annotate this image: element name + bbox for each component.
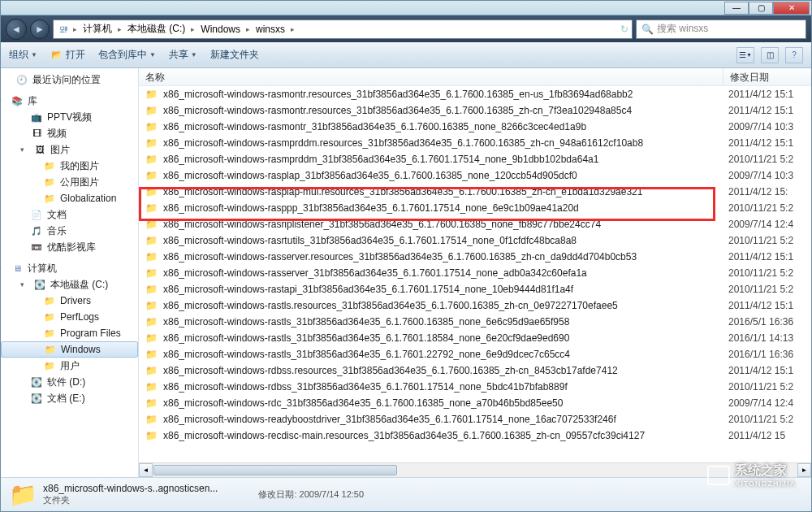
- nav-back-button[interactable]: ◄: [6, 19, 27, 40]
- search-input[interactable]: 🔍 搜索 winsxs: [636, 20, 806, 39]
- file-row[interactable]: 📁x86_microsoft-windows-rasserver.resourc…: [139, 249, 811, 265]
- nav-forward-button[interactable]: ►: [30, 20, 50, 39]
- watermark-icon: [707, 466, 730, 485]
- toolbar-share[interactable]: 共享▼: [169, 48, 197, 62]
- file-row[interactable]: 📁x86_microsoft-windows-rastls.resources_…: [139, 297, 811, 314]
- toolbar-organize[interactable]: 组织▼: [9, 48, 37, 62]
- file-row[interactable]: 📁x86_microsoft-windows-rastls_31bf3856ad…: [139, 330, 811, 346]
- file-date: 2010/11/21 5:2: [728, 267, 793, 279]
- nav-drivers[interactable]: 📁Drivers: [1, 293, 138, 309]
- nav-perflogs[interactable]: 📁PerfLogs: [1, 309, 138, 325]
- computer-icon: 🖳: [57, 24, 70, 35]
- file-row[interactable]: 📁x86_microsoft-windows-rasmontr.resource…: [139, 86, 811, 102]
- maximize-button[interactable]: ▢: [749, 2, 773, 15]
- file-row[interactable]: 📁x86_microsoft-windows-rasriplistener_31…: [139, 216, 811, 232]
- nav-soft-d[interactable]: 💽软件 (D:): [1, 374, 138, 390]
- nav-libraries[interactable]: ▾📚库: [1, 93, 138, 109]
- file-date: 2011/4/12 15:1: [728, 89, 793, 100]
- music-icon: 🎵: [30, 225, 43, 236]
- file-name: x86_microsoft-windows-readyboostdriver_3…: [163, 414, 728, 425]
- nav-globalization[interactable]: 📁Globalization: [1, 190, 138, 206]
- search-icon: 🔍: [641, 24, 654, 35]
- crumb-winsxs[interactable]: winsxs: [253, 24, 287, 35]
- toolbar-newfolder[interactable]: 新建文件夹: [210, 48, 259, 62]
- minimize-button[interactable]: —: [724, 2, 749, 15]
- status-selected-name: x86_microsoft-windows-s..agnosticsen...: [43, 483, 218, 494]
- file-date: 2011/4/12 15:1: [728, 137, 793, 149]
- nav-users[interactable]: 📁用户: [1, 358, 138, 374]
- crumb-local-c[interactable]: 本地磁盘 (C:): [125, 22, 188, 36]
- file-row[interactable]: 📁x86_microsoft-windows-rasserver_31bf385…: [139, 265, 811, 281]
- crumb-windows[interactable]: Windows: [198, 24, 243, 35]
- file-date: 2010/11/21 5:2: [728, 235, 793, 246]
- recent-icon: 🕘: [15, 74, 28, 85]
- file-date: 2011/4/12 15: [728, 430, 785, 441]
- folder-icon: 📁: [145, 186, 158, 197]
- folder-icon: 📁: [43, 311, 56, 323]
- file-row[interactable]: 📁x86_microsoft-windows-rasplap_31bf3856a…: [139, 167, 811, 184]
- folder-icon: 📁: [43, 193, 56, 204]
- scroll-thumb[interactable]: [153, 465, 397, 475]
- file-row[interactable]: 📁x86_microsoft-windows-rasppp_31bf3856ad…: [139, 200, 811, 216]
- nav-windows[interactable]: 📁Windows: [1, 341, 138, 358]
- file-row[interactable]: 📁x86_microsoft-windows-rasplap-mui.resou…: [139, 184, 811, 200]
- folder-icon: 📁: [145, 154, 158, 165]
- preview-pane-button[interactable]: ◫: [761, 47, 779, 63]
- folder-icon: 📁: [145, 251, 158, 263]
- folder-icon: 📁: [145, 105, 158, 116]
- column-date[interactable]: 修改日期: [723, 68, 811, 85]
- file-row[interactable]: 📁x86_microsoft-windows-readyboostdriver_…: [139, 411, 811, 427]
- view-options-button[interactable]: ☰ ▼: [736, 47, 754, 63]
- nav-computer[interactable]: ▾🖥计算机: [1, 260, 138, 276]
- nav-music[interactable]: 🎵音乐: [1, 223, 138, 239]
- toolbar-open[interactable]: 📂打开: [50, 48, 85, 62]
- file-row[interactable]: 📁x86_microsoft-windows-rasmontr.resource…: [139, 102, 811, 119]
- nav-local-c[interactable]: ▾💽本地磁盘 (C:): [1, 276, 138, 293]
- pptv-icon: 📺: [30, 111, 43, 123]
- folder-icon: 📁: [43, 295, 56, 306]
- nav-my-pictures[interactable]: 📁我的图片: [1, 158, 138, 174]
- file-date: 2016/1/1 16:36: [728, 349, 793, 360]
- close-button[interactable]: ✕: [773, 2, 810, 15]
- file-date: 2016/1/1 14:13: [728, 332, 793, 344]
- nav-public-pictures[interactable]: 📁公用图片: [1, 174, 138, 190]
- folder-icon: 📁: [145, 170, 158, 181]
- status-type: 文件夹: [43, 494, 218, 506]
- column-headers: 名称 修改日期: [139, 68, 811, 86]
- breadcrumb[interactable]: 🖳 ▸ 计算机 ▸ 本地磁盘 (C:) ▸ Windows ▸ winsxs ▸…: [53, 20, 633, 39]
- file-row[interactable]: 📁x86_microsoft-windows-rasmprddm.resourc…: [139, 135, 811, 151]
- file-row[interactable]: 📁x86_microsoft-windows-rasmontr_31bf3856…: [139, 119, 811, 135]
- toolbar-include[interactable]: 包含到库中▼: [98, 48, 156, 62]
- scroll-left-button[interactable]: ◄: [139, 463, 153, 477]
- column-name[interactable]: 名称: [139, 68, 723, 85]
- crumb-computer[interactable]: 计算机: [80, 22, 114, 36]
- nav-program-files[interactable]: 📁Program Files: [1, 325, 138, 341]
- nav-pptv[interactable]: 📺PPTV视频: [1, 109, 138, 125]
- file-row[interactable]: 📁x86_microsoft-windows-rastls_31bf3856ad…: [139, 346, 811, 362]
- nav-recent[interactable]: 🕘最近访问的位置: [1, 72, 138, 88]
- file-row[interactable]: 📁x86_microsoft-windows-rastapi_31bf3856a…: [139, 281, 811, 297]
- nav-documents[interactable]: 📄文档: [1, 206, 138, 223]
- open-icon: 📂: [50, 50, 63, 61]
- scroll-right-button[interactable]: ►: [797, 463, 811, 477]
- file-name: x86_microsoft-windows-rasserver_31bf3856…: [163, 267, 728, 279]
- file-name: x86_microsoft-windows-rasppp_31bf3856ad3…: [163, 202, 728, 214]
- nav-docs-e[interactable]: 💽文档 (E:): [1, 390, 138, 406]
- file-date: 2010/11/21 5:2: [728, 381, 793, 393]
- file-row[interactable]: 📁x86_microsoft-windows-rastls_31bf3856ad…: [139, 314, 811, 330]
- nav-pictures[interactable]: ▾🖼图片: [1, 141, 138, 158]
- folder-icon: 📁: [145, 202, 158, 214]
- file-row[interactable]: 📁x86_microsoft-windows-recdisc-main.reso…: [139, 427, 811, 444]
- file-row[interactable]: 📁x86_microsoft-windows-rasmprddm_31bf385…: [139, 151, 811, 167]
- file-row[interactable]: 📁x86_microsoft-windows-rdc_31bf3856ad364…: [139, 395, 811, 411]
- file-date: 2010/11/21 5:2: [728, 202, 793, 214]
- nav-youku[interactable]: 📼优酷影视库: [1, 239, 138, 255]
- nav-videos[interactable]: 🎞视频: [1, 125, 138, 141]
- refresh-icon[interactable]: ↻: [620, 24, 628, 35]
- file-date: 2009/7/14 12:4: [728, 397, 793, 409]
- file-row[interactable]: 📁x86_microsoft-windows-rdbss.resources_3…: [139, 362, 811, 379]
- file-date: 2009/7/14 10:3: [728, 170, 793, 181]
- help-button[interactable]: ?: [785, 47, 803, 63]
- file-row[interactable]: 📁x86_microsoft-windows-rdbss_31bf3856ad3…: [139, 379, 811, 395]
- file-row[interactable]: 📁x86_microsoft-windows-rasrtutils_31bf38…: [139, 232, 811, 249]
